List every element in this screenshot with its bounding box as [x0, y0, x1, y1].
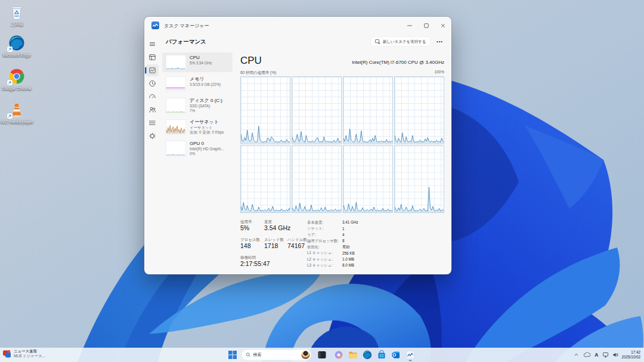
- rail-processes-button[interactable]: [146, 51, 159, 63]
- search-box[interactable]: 検索: [242, 349, 311, 360]
- stat-label: 速度: [264, 219, 272, 224]
- minimize-button[interactable]: [401, 17, 418, 35]
- spec-value: 8.0 MB: [342, 263, 354, 267]
- chrome-icon: [8, 68, 25, 85]
- cpu-core-chart-6: [343, 146, 393, 214]
- rail-performance-button[interactable]: [146, 64, 159, 76]
- taskbar-copilot-icon[interactable]: [334, 350, 343, 360]
- nav-rail: [144, 35, 160, 274]
- spec-row: L1 キャッシュ:256 KB: [307, 250, 420, 256]
- start-button[interactable]: [228, 351, 237, 359]
- sidebar-item-sub: 7%: [190, 109, 222, 113]
- widgets-button[interactable]: ニュース速報 MLB ドジャース...: [2, 349, 45, 358]
- spec-row: コア:4: [307, 232, 420, 238]
- rail-hamburger-menu-button[interactable]: [146, 38, 159, 50]
- taskbar: ニュース速報 MLB ドジャース... 検索: [0, 348, 644, 362]
- taskbar-darkapp-icon[interactable]: [317, 350, 327, 360]
- desktop-icon-chrome[interactable]: Google Chrome: [0, 68, 33, 91]
- cpu-usage-charts: [240, 76, 444, 213]
- sidebar-item-ethernet[interactable]: イーサネットイーサネット送信: 0 受信: 0 Kbps: [162, 117, 233, 137]
- cpu-section-title: CPU: [240, 54, 262, 66]
- cpu-core-chart-0: [240, 76, 290, 144]
- taskbar-edge-icon[interactable]: [363, 350, 372, 360]
- desktop-icon-edge[interactable]: Microsoft Edge: [0, 35, 33, 57]
- spec-row: 論理プロセッサ数:8: [307, 238, 420, 244]
- details-icon: [148, 119, 156, 127]
- taskbar-explorer-icon[interactable]: [348, 350, 358, 360]
- stat-value: 3.54 GHz: [264, 224, 290, 231]
- cpu-spec-list: 基本速度:3.41 GHzソケット:1コア:4論理プロセッサ数:8仮想化:有効L…: [307, 219, 420, 268]
- desktop-icon-recycle-bin[interactable]: ごみ箱: [0, 4, 33, 26]
- sidebar-item-title: CPU: [190, 54, 212, 61]
- memory-thumbnail-chart: [166, 76, 186, 92]
- tray-volume-icon[interactable]: [612, 352, 618, 358]
- edge-icon: [8, 35, 25, 51]
- stat-label: ハンドル数: [287, 237, 307, 242]
- search-placeholder: 検索: [253, 352, 302, 358]
- tray-chevron-icon[interactable]: [574, 352, 578, 357]
- sidebar-item-disk[interactable]: ディスク 0 (C:)SSD (SATA)7%: [162, 95, 233, 115]
- spec-label: コア:: [307, 232, 342, 237]
- startup-apps-icon: [148, 93, 156, 101]
- spec-value: 3.41 GHz: [342, 221, 358, 225]
- desktop-icon-label: ごみ箱: [0, 21, 33, 26]
- recycle-bin-icon: [8, 4, 25, 20]
- search-avatar: [302, 351, 310, 359]
- desktop-icon-vlc[interactable]: VLC media player: [0, 101, 33, 124]
- sidebar-item-cpu[interactable]: CPU5% 3.54 GHz: [162, 52, 233, 72]
- rail-services-button[interactable]: [146, 130, 159, 142]
- spec-value: 8: [342, 239, 345, 243]
- widget-text: ニュース速報 MLB ドジャース...: [14, 349, 45, 358]
- sidebar-item-title: メモリ: [190, 76, 221, 82]
- active-app-indicator: [409, 360, 412, 361]
- close-button[interactable]: [435, 17, 451, 35]
- tray-clock[interactable]: 17:42 2025/10/02: [621, 351, 640, 360]
- system-tray: A 17:42 2025/10/02: [574, 348, 644, 362]
- rail-details-button[interactable]: [146, 117, 159, 129]
- more-options-button[interactable]: •••: [435, 36, 445, 47]
- page-title: パフォーマンス: [166, 38, 206, 45]
- stat-label: 使用率: [240, 219, 252, 224]
- task-manager-window: タスク マネージャー パフォーマンス 新しいタスクを実行する ••• CPU5%…: [144, 17, 451, 274]
- run-task-icon: [375, 39, 380, 44]
- chart-max-label: 100%: [434, 70, 444, 75]
- stat-value: 2:17:55:47: [240, 260, 270, 267]
- chart-axis-label: 60 秒間の使用率 (%): [240, 70, 276, 75]
- spec-label: L2 キャッシュ:: [307, 256, 342, 262]
- cpu-core-chart-7: [394, 146, 444, 214]
- maximize-button[interactable]: [418, 17, 435, 35]
- stat-value: 148: [240, 242, 251, 249]
- sidebar-item-memory[interactable]: メモリ3.5/15.9 GB (22%): [162, 74, 233, 94]
- tray-onedrive-icon[interactable]: [583, 352, 590, 358]
- rail-users-button[interactable]: [146, 104, 159, 116]
- sidebar-item-sub: 3.5/15.9 GB (22%): [190, 82, 221, 87]
- sidebar-item-title: イーサネット: [190, 119, 224, 125]
- taskbar-taskmanager-icon[interactable]: [405, 350, 415, 360]
- stat-value: 5%: [240, 224, 249, 231]
- spec-row: ソケット:1: [307, 225, 420, 231]
- sidebar-item-text: メモリ3.5/15.9 GB (22%): [190, 76, 221, 87]
- sidebar-item-title: GPU 0: [190, 140, 224, 147]
- spec-row: 仮想化:有効: [307, 244, 420, 250]
- taskbar-store-icon[interactable]: [377, 350, 386, 360]
- sidebar-item-text: GPU 0Intel(R) HD Graphi...0%: [190, 140, 224, 156]
- sidebar-item-sub: 0%: [190, 151, 224, 156]
- widgets-icon: [2, 349, 11, 358]
- taskbar-outlook-icon[interactable]: [391, 350, 401, 360]
- rail-startup-apps-button[interactable]: [146, 91, 159, 103]
- sidebar-item-gpu[interactable]: GPU 0Intel(R) HD Graphi...0%: [162, 138, 233, 158]
- spec-label: 論理プロセッサ数:: [307, 239, 342, 244]
- run-new-task-button[interactable]: 新しいタスクを実行する: [370, 36, 431, 47]
- performance-sidebar: CPU5% 3.54 GHzメモリ3.5/15.9 GB (22%)ディスク 0…: [162, 52, 233, 160]
- rail-app-history-button[interactable]: [146, 78, 159, 89]
- sidebar-item-sub: 5% 3.54 GHz: [190, 61, 212, 66]
- tray-time: 17:42: [621, 351, 640, 355]
- tray-network-icon[interactable]: [602, 352, 609, 358]
- stat-value: 1718: [264, 242, 278, 249]
- spec-value: 有効: [342, 245, 350, 250]
- sidebar-item-text: イーサネットイーサネット送信: 0 受信: 0 Kbps: [190, 119, 224, 135]
- tray-ime-indicator[interactable]: A: [595, 352, 598, 358]
- sidebar-item-sub: イーサネット: [190, 125, 224, 130]
- spec-row: 基本速度:3.41 GHz: [307, 219, 420, 225]
- desktop-icon-label: VLC media player: [0, 119, 33, 124]
